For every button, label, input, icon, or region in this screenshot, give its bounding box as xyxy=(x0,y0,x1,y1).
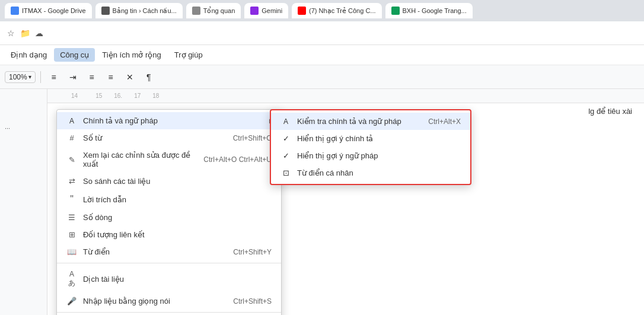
tab-favicon-bxh xyxy=(391,7,400,15)
menu-divider-2 xyxy=(57,312,281,313)
zoom-control[interactable]: 100% ▾ xyxy=(5,71,36,83)
doc-text-right: lg để tiêu xài xyxy=(588,106,632,118)
toolbar-align-left[interactable]: ≡ xyxy=(46,69,62,85)
nhap-lieu-shortcut: Ctrl+Shift+S xyxy=(233,297,272,306)
menu-dinh-dang[interactable]: Định dạng xyxy=(5,48,53,62)
menu-item-so-tu[interactable]: # Số từ Ctrl+Shift+C xyxy=(57,129,281,147)
toolbar-indent[interactable]: ⇥ xyxy=(65,69,81,85)
so-tu-icon: # xyxy=(66,133,77,142)
toolbar: 100% ▾ ≡ ⇥ ≡ ≡ ✕ ¶ xyxy=(0,65,644,89)
tu-dien-ca-nhan-icon: ⊡ xyxy=(280,168,291,177)
menu-item-so-sanh[interactable]: ⇄ So sánh các tài liệu xyxy=(57,173,281,190)
folder-icon[interactable]: 📁 xyxy=(19,27,31,39)
tab-tongquan[interactable]: Tổng quan xyxy=(186,3,241,18)
menu-cong-cu[interactable]: Công cụ xyxy=(54,48,95,62)
star-icon[interactable]: ☆ xyxy=(5,27,17,39)
doi-tuong-label: Đối tượng liên kết xyxy=(83,230,272,239)
main-dropdown-menu[interactable]: A Chính tả và ngữ pháp # Số từ Ctrl+Shif… xyxy=(56,109,282,315)
toolbar-clear[interactable]: ✕ xyxy=(122,69,138,85)
tab-label-itmax: ITMAX - Google Drive xyxy=(22,7,86,14)
tab-favicon-bangtin xyxy=(101,7,110,15)
tab-bangtin[interactable]: Bảng tin › Cách nấu... xyxy=(95,3,183,18)
toolbar-pilcrow[interactable]: ¶ xyxy=(141,69,157,85)
xem-lai-icon: ✎ xyxy=(66,155,77,164)
app-bar: ☆ 📁 ☁ xyxy=(0,21,644,45)
tab-label-bangtin: Bảng tin › Cách nấu... xyxy=(113,7,177,15)
menu-item-xem-lai[interactable]: ✎ Xem lại các chỉnh sửa được đề xuất Ctr… xyxy=(57,147,281,173)
menu-tro-giup[interactable]: Trợ giúp xyxy=(168,48,209,62)
main-area: ··· 14 15 16. 17 18 lg để tiêu xài a nhữ… xyxy=(0,89,644,315)
hien-thi-np-label: Hiển thị gợi ý ngữ pháp xyxy=(297,151,461,160)
xem-lai-label: Xem lại các chỉnh sửa được đề xuất xyxy=(83,151,197,168)
loi-trich-label: Lời trích dẫn xyxy=(83,195,272,204)
sub-menu-item-kiem-tra[interactable]: A Kiểm tra chính tả và ngữ pháp Ctrl+Alt… xyxy=(271,113,470,130)
nhap-lieu-label: Nhập liệu bằng giọng nói xyxy=(83,297,227,306)
dich-label: Dịch tài liệu xyxy=(83,275,272,284)
sub-menu-item-hien-thi-ct[interactable]: ✓ Hiển thị gợi ý chính tả xyxy=(271,130,470,147)
tu-dien-icon: 📖 xyxy=(66,247,77,256)
dich-icon: Aあ xyxy=(66,270,77,288)
kiem-tra-label: Kiểm tra chính tả và ngữ pháp xyxy=(297,117,422,126)
tu-dien-ca-nhan-label: Từ điển cá nhân xyxy=(297,168,461,177)
menu-item-tu-dien[interactable]: 📖 Từ điển Ctrl+Shift+Y xyxy=(57,243,281,260)
tab-favicon-tongquan xyxy=(192,7,200,15)
menu-divider-1 xyxy=(57,263,281,263)
menu-item-chinh-ta[interactable]: A Chính tả và ngữ pháp xyxy=(57,112,281,129)
tab-gemini[interactable]: Gemini xyxy=(244,3,288,18)
toolbar-separator-1 xyxy=(40,71,41,83)
tab-nhac[interactable]: (7) Nhạc Trẻ Công C... xyxy=(292,3,381,18)
menu-item-so-dong[interactable]: ☰ Số dòng xyxy=(57,209,281,226)
tu-dien-shortcut: Ctrl+Shift+Y xyxy=(233,248,272,256)
toolbar-align-justify[interactable]: ≡ xyxy=(103,69,119,85)
tab-bxh[interactable]: BXH - Google Trang... xyxy=(385,3,473,18)
check-ct-icon: ✓ xyxy=(280,134,291,143)
tu-dien-label: Từ điển xyxy=(83,247,227,256)
ruler: 14 15 16. 17 18 xyxy=(47,89,644,103)
cloud-icon[interactable]: ☁ xyxy=(33,27,45,39)
kiem-tra-shortcut: Ctrl+Alt+X xyxy=(428,117,461,126)
doi-tuong-icon: ⊞ xyxy=(66,230,77,239)
so-tu-shortcut: Ctrl+Shift+C xyxy=(233,134,272,142)
tab-label-nhac: (7) Nhạc Trẻ Công C... xyxy=(309,7,375,15)
so-dong-label: Số dòng xyxy=(83,213,272,222)
xem-lai-shortcut: Ctrl+Alt+O Ctrl+Alt+U xyxy=(203,155,272,164)
browser-bar: ITMAX - Google Drive Bảng tin › Cách nấu… xyxy=(0,0,644,21)
so-dong-icon: ☰ xyxy=(66,213,77,222)
tab-itmax[interactable]: ITMAX - Google Drive xyxy=(5,3,92,18)
so-tu-label: Số từ xyxy=(83,133,227,142)
zoom-value: 100% xyxy=(9,73,27,81)
tab-favicon-itmax xyxy=(11,7,19,15)
toolbar-align-right[interactable]: ≡ xyxy=(84,69,100,85)
menu-tien-ich[interactable]: Tiện ích mở rộng xyxy=(96,48,167,62)
sub-menu-item-hien-thi-np[interactable]: ✓ Hiển thị gợi ý ngữ pháp xyxy=(271,147,470,164)
sub-menu-item-tu-dien-ca-nhan[interactable]: ⊡ Từ điển cá nhân xyxy=(271,164,470,182)
page-indicator: ··· xyxy=(5,125,10,132)
nhap-lieu-icon: 🎤 xyxy=(66,297,77,306)
chinh-ta-label: Chính tả và ngữ pháp xyxy=(83,116,272,125)
zoom-down-icon[interactable]: ▾ xyxy=(28,74,31,80)
menu-item-doi-tuong[interactable]: ⊞ Đối tượng liên kết xyxy=(57,226,281,243)
loi-trich-icon: " xyxy=(66,194,77,205)
so-sanh-label: So sánh các tài liệu xyxy=(83,177,272,186)
chinh-ta-icon: A xyxy=(66,117,77,125)
menu-item-loi-trich[interactable]: " Lời trích dẫn xyxy=(57,190,281,209)
tab-label-gemini: Gemini xyxy=(262,7,282,14)
kiem-tra-icon: A xyxy=(280,117,291,126)
menu-bar: Định dạng Công cụ Tiện ích mở rộng Trợ g… xyxy=(0,45,644,65)
menu-item-nhap-lieu[interactable]: 🎤 Nhập liệu bằng giọng nói Ctrl+Shift+S xyxy=(57,292,281,310)
sub-dropdown-menu[interactable]: A Kiểm tra chính tả và ngữ pháp Ctrl+Alt… xyxy=(270,109,471,185)
tab-label-bxh: BXH - Google Trang... xyxy=(403,7,467,14)
tab-label-tongquan: Tổng quan xyxy=(203,7,235,15)
so-sanh-icon: ⇄ xyxy=(66,177,77,186)
left-margin: ··· xyxy=(0,89,47,315)
tab-favicon-nhac xyxy=(298,7,306,15)
check-np-icon: ✓ xyxy=(280,151,291,160)
hien-thi-ct-label: Hiển thị gợi ý chính tả xyxy=(297,134,461,143)
tab-favicon-gemini xyxy=(250,7,259,15)
menu-item-dich[interactable]: Aあ Dịch tài liệu xyxy=(57,266,281,292)
